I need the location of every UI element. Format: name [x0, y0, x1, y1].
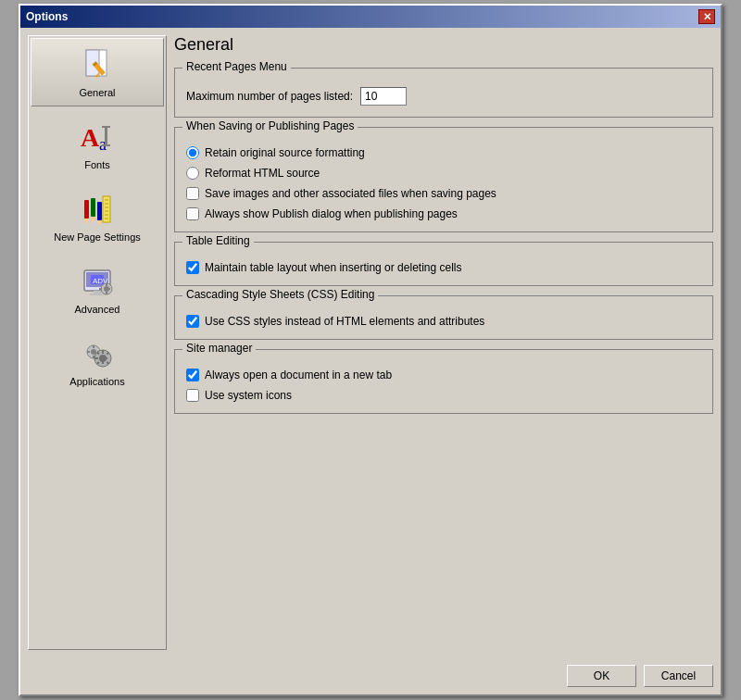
- sidebar-fonts-label: Fonts: [84, 159, 110, 170]
- system-icons-label: Use system icons: [205, 389, 292, 402]
- content-title: General: [174, 35, 713, 58]
- svg-marker-15: [97, 220, 102, 226]
- sidebar-general-label: General: [79, 87, 115, 98]
- sidebar-newpage-label: New Page Settings: [54, 231, 141, 243]
- saving-group: When Saving or Publishing Pages Retain o…: [174, 127, 713, 232]
- site-manager-group: Site manager Always open a document in a…: [174, 349, 713, 414]
- reformat-row: Reformat HTML source: [186, 167, 701, 180]
- sidebar-item-fonts[interactable]: A a Fonts: [31, 110, 164, 179]
- svg-marker-11: [84, 219, 89, 224]
- fonts-icon: A a: [79, 119, 116, 156]
- svg-rect-25: [94, 291, 101, 294]
- save-images-label: Save images and other associated files w…: [205, 187, 496, 200]
- max-pages-input[interactable]: [360, 87, 407, 106]
- new-tab-row: Always open a document in a new tab: [186, 369, 701, 381]
- svg-rect-39: [87, 351, 90, 353]
- saving-title: When Saving or Publishing Pages: [182, 119, 358, 132]
- window-body: General A a Fonts: [20, 28, 721, 657]
- css-editing-group: Cascading Style Sheets (CSS) Editing Use…: [174, 295, 713, 340]
- svg-rect-32: [106, 292, 107, 294]
- system-icons-row: Use system icons: [186, 389, 701, 402]
- sidebar-applications-label: Applications: [69, 376, 124, 387]
- system-icons-checkbox[interactable]: [186, 389, 199, 402]
- sidebar-item-general[interactable]: General: [31, 38, 164, 106]
- save-images-row: Save images and other associated files w…: [186, 187, 701, 200]
- retain-format-radio[interactable]: [186, 146, 199, 159]
- svg-rect-45: [94, 357, 98, 359]
- window-title: Options: [26, 10, 68, 23]
- max-pages-label: Maximum number of pages listed:: [186, 90, 353, 103]
- maintain-layout-checkbox[interactable]: [186, 261, 199, 274]
- svg-rect-33: [99, 288, 102, 290]
- content-area: General Recent Pages Menu Maximum number…: [174, 35, 713, 650]
- site-manager-title: Site manager: [182, 342, 256, 355]
- show-publish-checkbox[interactable]: [186, 207, 199, 220]
- sidebar-advanced-label: Advanced: [75, 304, 120, 315]
- show-publish-row: Always show Publish dialog when publishi…: [186, 207, 701, 220]
- sidebar-item-advanced[interactable]: ADV Advanced: [31, 255, 164, 323]
- svg-rect-14: [97, 202, 102, 220]
- svg-rect-7: [105, 126, 107, 146]
- newpage-icon: [79, 191, 116, 228]
- general-icon: [79, 46, 116, 83]
- use-css-label: Use CSS styles instead of HTML elements …: [205, 315, 484, 328]
- svg-rect-43: [102, 350, 104, 354]
- reformat-radio[interactable]: [186, 167, 199, 180]
- titlebar: Options ✕: [20, 6, 721, 28]
- sidebar-item-newpage[interactable]: New Page Settings: [31, 182, 164, 251]
- reformat-label: Reformat HTML source: [205, 167, 320, 180]
- applications-icon: [79, 335, 116, 372]
- use-css-checkbox[interactable]: [186, 315, 199, 328]
- options-window: Options ✕ General: [19, 4, 722, 696]
- maintain-layout-row: Maintain table layout when inserting or …: [186, 261, 701, 274]
- svg-rect-44: [102, 360, 104, 364]
- svg-text:A: A: [81, 123, 100, 152]
- new-tab-checkbox[interactable]: [186, 369, 199, 381]
- svg-rect-9: [102, 144, 110, 146]
- svg-rect-31: [106, 283, 107, 286]
- new-tab-label: Always open a document in a new tab: [205, 369, 392, 381]
- svg-rect-10: [84, 200, 89, 219]
- sidebar: General A a Fonts: [28, 35, 167, 650]
- table-editing-group: Table Editing Maintain table layout when…: [174, 242, 713, 286]
- svg-rect-34: [107, 288, 110, 290]
- max-pages-row: Maximum number of pages listed:: [186, 87, 701, 106]
- svg-rect-26: [90, 294, 105, 295]
- recent-pages-title: Recent Pages Menu: [182, 60, 291, 73]
- svg-rect-12: [91, 198, 95, 217]
- use-css-row: Use CSS styles instead of HTML elements …: [186, 315, 701, 328]
- recent-pages-group: Recent Pages Menu Maximum number of page…: [174, 68, 713, 118]
- footer: OK Cancel: [20, 657, 721, 694]
- close-button[interactable]: ✕: [698, 9, 715, 24]
- show-publish-label: Always show Publish dialog when publishi…: [205, 207, 458, 220]
- svg-rect-37: [93, 345, 94, 348]
- svg-rect-8: [102, 126, 110, 128]
- retain-format-row: Retain original source formatting: [186, 146, 701, 159]
- sidebar-item-applications[interactable]: Applications: [31, 327, 164, 395]
- advanced-icon: ADV: [79, 263, 116, 300]
- svg-marker-13: [91, 217, 95, 223]
- ok-button[interactable]: OK: [567, 665, 636, 687]
- table-editing-title: Table Editing: [182, 234, 254, 247]
- cancel-button[interactable]: Cancel: [644, 665, 713, 687]
- maintain-layout-label: Maintain table layout when inserting or …: [205, 261, 462, 274]
- css-editing-title: Cascading Style Sheets (CSS) Editing: [182, 288, 378, 301]
- svg-rect-46: [104, 357, 107, 359]
- retain-format-label: Retain original source formatting: [205, 146, 365, 159]
- save-images-checkbox[interactable]: [186, 187, 199, 200]
